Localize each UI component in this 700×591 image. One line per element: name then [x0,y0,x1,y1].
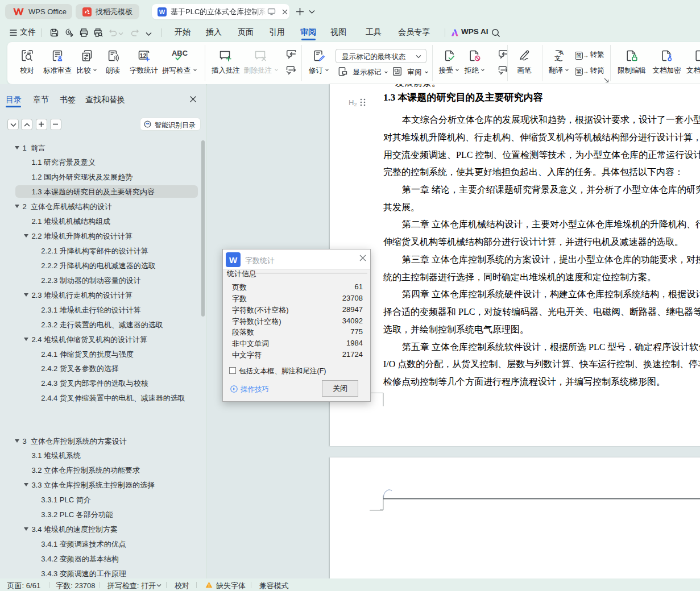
svg-text:12: 12 [139,52,146,59]
svg-text:W: W [159,9,165,15]
svg-text:ABC: ABC [172,49,188,57]
svg-text:W: W [229,255,238,265]
